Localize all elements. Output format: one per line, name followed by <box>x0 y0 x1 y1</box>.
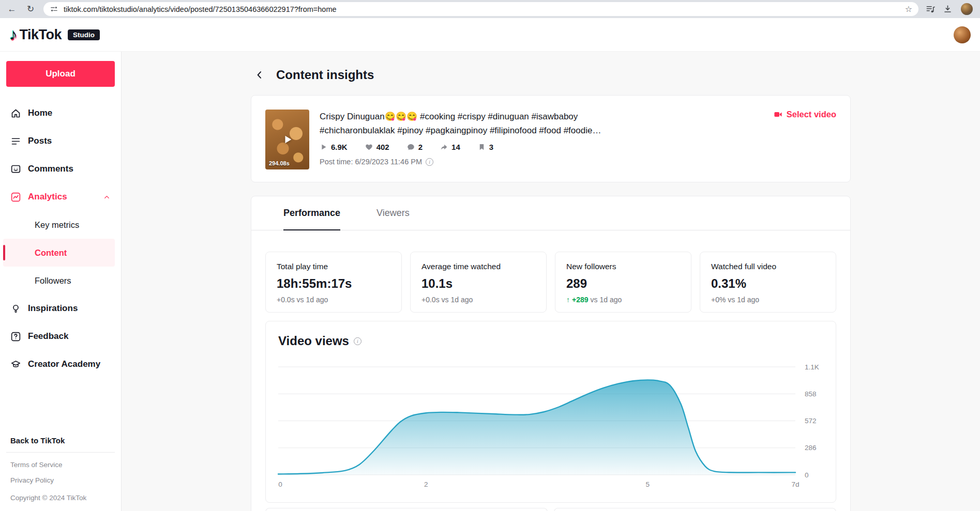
metric-label: Total play time <box>277 262 390 271</box>
analytics-icon <box>10 192 21 203</box>
video-views-chart: 02865728581.1K0257d <box>278 351 825 490</box>
share-icon <box>440 143 448 151</box>
stat-heart: 402 <box>365 143 389 151</box>
tab-performance[interactable]: Performance <box>283 196 340 230</box>
sidebar-item-home[interactable]: Home <box>6 99 115 127</box>
partial-card <box>554 508 836 511</box>
svg-text:7d: 7d <box>791 481 799 488</box>
svg-text:572: 572 <box>805 417 817 425</box>
browser-reload-icon[interactable]: ↻ <box>25 5 36 13</box>
svg-text:1.1K: 1.1K <box>805 363 819 371</box>
downloads-icon[interactable] <box>943 4 953 14</box>
stat-share: 14 <box>440 143 460 151</box>
stat-play: 6.9K <box>320 143 348 151</box>
stat-value: 3 <box>489 143 493 151</box>
sidebar-item-inspirations[interactable]: Inspirations <box>6 295 115 322</box>
sidebar-subitem-followers[interactable]: Followers <box>6 267 115 295</box>
metrics-row: Total play time18h:55m:17s+0.0s vs 1d ag… <box>251 230 850 313</box>
sidebar-label: Feedback <box>28 331 68 342</box>
video-thumbnail[interactable]: 294.08s <box>265 110 309 169</box>
metric-delta-text: +0.0s vs 1d ago <box>421 296 473 304</box>
metric-label: Watched full video <box>711 262 825 271</box>
svg-text:0: 0 <box>805 471 809 479</box>
back-to-tiktok-link[interactable]: Back to TikTok <box>6 433 115 452</box>
sidebar-label: Analytics <box>28 192 67 202</box>
sidebar-label: Home <box>28 108 52 118</box>
video-title: Crispy Dinuguan😋😋😋 #cooking #crispy #din… <box>320 110 653 137</box>
sidebar-subitem-content[interactable]: Content <box>3 239 115 267</box>
sidebar-item-comments[interactable]: Comments <box>6 155 115 183</box>
upload-button[interactable]: Upload <box>6 61 115 87</box>
sidebar-item-analytics[interactable]: Analytics <box>6 183 115 211</box>
address-bar[interactable]: tiktok.com/tiktokstudio/analytics/video/… <box>43 2 918 16</box>
terms-of-service-link[interactable]: Terms of Service <box>6 461 115 469</box>
partial-card <box>265 508 548 511</box>
studio-badge: Studio <box>68 29 100 40</box>
svg-text:5: 5 <box>646 481 650 488</box>
video-camera-icon <box>774 110 782 119</box>
main-content: Content insights 294.08s Crispy Dinuguan… <box>122 52 980 511</box>
sidebar-item-posts[interactable]: Posts <box>6 127 115 155</box>
next-cards-row <box>265 508 836 511</box>
sidebar-item-feedback[interactable]: Feedback <box>6 322 115 350</box>
privacy-policy-link[interactable]: Privacy Policy <box>6 476 115 484</box>
chevron-left-icon <box>254 70 265 80</box>
copyright-text: Copyright © 2024 TikTok <box>6 492 115 502</box>
lightbulb-icon <box>10 303 21 314</box>
feedback-icon <box>10 331 21 342</box>
video-summary-card: 294.08s Crispy Dinuguan😋😋😋 #cooking #cri… <box>251 95 851 182</box>
page-title: Content insights <box>276 68 374 82</box>
browser-profile-avatar[interactable] <box>960 2 974 16</box>
metric-delta: +0% vs 1d ago <box>711 296 825 304</box>
stat-value: 6.9K <box>331 143 348 151</box>
bookmark-icon <box>478 143 486 151</box>
metric-delta: +0.0s vs 1d ago <box>421 296 535 304</box>
video-views-card: Video views i 02865728581.1K0257d <box>265 321 836 503</box>
metric-delta: ↑+289vs 1d ago <box>566 296 680 304</box>
svg-text:286: 286 <box>805 444 817 452</box>
post-time: Post time: 6/29/2023 11:46 PM i <box>320 158 836 166</box>
metric-delta-value: +289 <box>572 296 589 304</box>
metric-value: 0.31% <box>711 276 825 291</box>
app-header: ♪ TikTok Studio <box>0 18 980 52</box>
sidebar-label: Creator Academy <box>28 359 100 369</box>
back-button[interactable] <box>254 70 265 80</box>
browser-back-icon[interactable]: ← <box>6 5 18 13</box>
divider <box>6 452 115 453</box>
svg-text:2: 2 <box>424 481 428 488</box>
trend-up-icon: ↑ <box>566 296 570 304</box>
graduation-cap-icon <box>10 359 21 370</box>
post-time-text: Post time: 6/29/2023 11:46 PM <box>320 158 422 166</box>
posts-icon <box>10 136 21 147</box>
sidebar-label: Posts <box>28 136 52 146</box>
tab-viewers[interactable]: Viewers <box>376 196 410 230</box>
stat-value: 14 <box>451 143 460 151</box>
sidebar-subitem-key-metrics[interactable]: Key metrics <box>6 211 115 239</box>
sidebar-item-creator-academy[interactable]: Creator Academy <box>6 350 115 378</box>
select-video-button[interactable]: Select video <box>774 110 836 119</box>
info-icon[interactable]: i <box>426 158 433 166</box>
sidebar-label: Comments <box>28 164 73 174</box>
tiktok-wordmark[interactable]: TikTok <box>20 27 62 43</box>
chart-info-icon[interactable]: i <box>354 337 361 345</box>
video-duration: 294.08s <box>269 160 290 166</box>
account-avatar[interactable] <box>954 26 971 43</box>
site-info-icon[interactable] <box>50 5 58 13</box>
stat-value: 2 <box>418 143 423 151</box>
chart-title: Video views <box>278 334 349 348</box>
home-icon <box>10 108 21 119</box>
metric-label: Average time watched <box>421 262 535 271</box>
media-controls-icon[interactable] <box>926 4 936 14</box>
stat-bookmark: 3 <box>478 143 493 151</box>
sidebar-label: Inspirations <box>28 303 78 314</box>
analytics-panel: PerformanceViewers Total play time18h:55… <box>251 196 851 511</box>
svg-text:0: 0 <box>278 481 282 488</box>
url-text: tiktok.com/tiktokstudio/analytics/video/… <box>64 5 337 13</box>
stat-value: 402 <box>376 143 389 151</box>
metric-delta-text: vs 1d ago <box>591 296 622 304</box>
video-stats-row: 6.9K4022143 <box>320 143 836 151</box>
play-overlay-icon <box>282 134 293 145</box>
tabs: PerformanceViewers <box>251 196 850 230</box>
chevron-up-icon <box>103 193 111 201</box>
bookmark-star-icon[interactable]: ☆ <box>905 4 912 14</box>
